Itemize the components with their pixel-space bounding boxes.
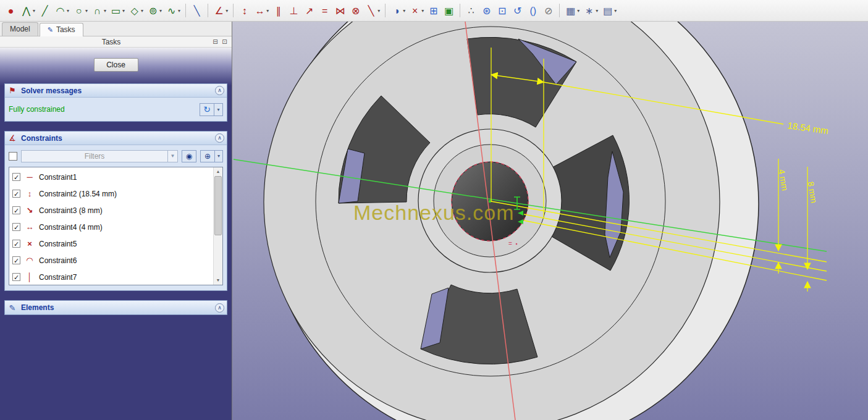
- tool-constrain-horizontal-distance[interactable]: ↔▾: [252, 2, 271, 19]
- tool-toggle-snap[interactable]: ∗▾: [581, 2, 600, 19]
- tool-circle[interactable]: ○▾: [71, 2, 90, 19]
- constraint-list-item[interactable]: ✓─Constraint1: [11, 169, 213, 185]
- tool-select-elements[interactable]: ⊡: [494, 2, 510, 19]
- constraint-checkbox[interactable]: ✓: [12, 240, 20, 248]
- tool-validate-sketch[interactable]: ⊛: [479, 2, 494, 19]
- dropdown-arrow-icon[interactable]: ▾: [614, 8, 617, 14]
- tool-slot[interactable]: ⊚▾: [145, 2, 164, 19]
- dropdown-arrow-icon[interactable]: ▾: [421, 8, 424, 14]
- tool-rendering-order[interactable]: ▤▾: [600, 2, 618, 19]
- filters-dropdown[interactable]: Filters ▼: [21, 150, 178, 162]
- collapse-section-icon[interactable]: ∧: [215, 303, 224, 313]
- tool-toggle-active-constraint[interactable]: ×▾: [407, 2, 426, 19]
- tool-constrain-distance[interactable]: ╲▾: [363, 2, 382, 19]
- constraints-header[interactable]: ∡ Constraints ∧: [5, 132, 227, 145]
- constraint-list-item[interactable]: ✓↘Constraint3 (8 mm): [11, 202, 213, 219]
- constraint-list-item[interactable]: ✓◠Constraint6: [11, 252, 213, 269]
- dropdown-arrow-icon[interactable]: ▾: [67, 8, 69, 14]
- rendering-order-icon: ▤: [602, 2, 613, 19]
- refresh-dropdown-icon[interactable]: ▾: [214, 103, 223, 116]
- scroll-down-icon[interactable]: ▼: [214, 276, 222, 285]
- dropdown-arrow-icon[interactable]: ▾: [85, 8, 88, 14]
- filter-checkbox[interactable]: [9, 152, 17, 161]
- dropdown-arrow-icon[interactable]: ▾: [104, 8, 106, 14]
- constraint-checkbox[interactable]: ✓: [12, 206, 20, 214]
- constraint-checkbox[interactable]: ✓: [12, 190, 20, 198]
- dropdown-arrow-icon[interactable]: ▾: [596, 8, 598, 14]
- constraint-label: Constraint4 (4 mm): [39, 223, 103, 232]
- scroll-up-icon[interactable]: ▲: [214, 167, 222, 176]
- tool-sketch-edit-tool[interactable]: ╲: [189, 2, 204, 19]
- constraint-checkbox[interactable]: ✓: [12, 273, 20, 281]
- tool-select-dof[interactable]: ∴: [463, 2, 479, 19]
- collapse-section-icon[interactable]: ∧: [215, 86, 224, 95]
- constraint-checkbox[interactable]: ✓: [12, 256, 20, 264]
- constraint-label: Constraint2 (18.54 mm): [39, 190, 117, 198]
- polygon-icon: ◇: [129, 2, 140, 19]
- chevron-down-icon[interactable]: ▼: [167, 151, 177, 162]
- vertical-distance-constraint-icon: ↕: [25, 189, 35, 198]
- tool-point[interactable]: ●: [3, 2, 19, 19]
- constraint-checkbox[interactable]: ✓: [12, 223, 20, 231]
- tab-model[interactable]: Model: [2, 22, 38, 36]
- tool-constrain-symmetric[interactable]: ⋈: [332, 2, 348, 19]
- constraint-list-scrollbar[interactable]: ▲ ▼: [213, 167, 222, 285]
- tool-section-view[interactable]: (): [525, 2, 541, 19]
- dropdown-arrow-icon[interactable]: ▾: [33, 8, 35, 14]
- dropdown-arrow-icon[interactable]: ▾: [159, 8, 162, 14]
- constraint-list-item[interactable]: ✓×Constraint5: [11, 235, 213, 252]
- solver-status-text: Fully constrained: [9, 105, 65, 114]
- arc-icon: ◠: [54, 2, 66, 19]
- panel-float-icon[interactable]: ⊡: [220, 38, 229, 45]
- tool-toggle-grid[interactable]: ▦▾: [563, 2, 581, 19]
- refresh-icon[interactable]: ↻: [200, 103, 214, 116]
- tool-conic[interactable]: ∩▾: [90, 2, 108, 19]
- dropdown-arrow-icon[interactable]: ▾: [141, 8, 143, 14]
- dropdown-arrow-icon[interactable]: ▾: [122, 8, 125, 14]
- constraint-checkbox[interactable]: ✓: [12, 173, 20, 181]
- tool-external-geometry[interactable]: ⊞: [426, 2, 441, 19]
- 3d-viewport[interactable]: 18.54 mm 4 mm 8 mm = Mechnexus.com: [232, 22, 868, 420]
- tool-constrain-equal[interactable]: =: [317, 2, 332, 19]
- scrollbar-thumb[interactable]: [214, 176, 222, 235]
- tool-carbon-copy[interactable]: ▣: [441, 2, 457, 19]
- dropdown-arrow-icon[interactable]: ▾: [225, 8, 228, 14]
- tool-constrain-perpendicular[interactable]: ⊥: [286, 2, 301, 19]
- sketch-canvas[interactable]: 18.54 mm 4 mm 8 mm = Mechnexus.com: [232, 22, 868, 420]
- tool-bspline[interactable]: ∿▾: [164, 2, 182, 19]
- elements-header[interactable]: ✎ Elements ∧: [5, 301, 227, 314]
- settings-dropdown-icon[interactable]: ▾: [215, 150, 223, 162]
- dropdown-arrow-icon[interactable]: ▾: [266, 8, 269, 14]
- tool-rectangle[interactable]: ▭▾: [108, 2, 127, 19]
- show-hide-eye-icon[interactable]: ◉: [182, 150, 196, 162]
- dropdown-arrow-icon[interactable]: ▾: [403, 8, 405, 14]
- tool-stop-operation[interactable]: ⊘: [541, 2, 556, 19]
- tool-toggle-driving-constraint[interactable]: ◑▾: [389, 2, 407, 19]
- close-button[interactable]: Close: [94, 58, 138, 72]
- tool-constrain-block[interactable]: ⊗: [348, 2, 363, 19]
- constraint-list-item[interactable]: ✓│Constraint7: [11, 269, 213, 285]
- constraint-list-item[interactable]: ✓↔Constraint4 (4 mm): [11, 219, 213, 235]
- collapse-section-icon[interactable]: ∧: [215, 133, 224, 143]
- tool-polygon[interactable]: ◇▾: [127, 2, 145, 19]
- tool-constrain-vertical-distance[interactable]: ↕: [237, 2, 252, 19]
- tool-constrain-tangent[interactable]: ↗: [301, 2, 317, 19]
- tool-reorient-view[interactable]: ↺: [510, 2, 525, 19]
- constraint-list-item[interactable]: ✓↕Constraint2 (18.54 mm): [11, 185, 213, 202]
- solver-messages-header[interactable]: ⚑ Solver messages ∧: [5, 84, 227, 98]
- constraint-settings-icon[interactable]: ⊕: [200, 150, 215, 162]
- tool-polyline[interactable]: ⋀▾: [19, 2, 37, 19]
- dropdown-arrow-icon[interactable]: ▾: [377, 8, 380, 14]
- tool-line[interactable]: ╱: [37, 2, 53, 19]
- tool-arc[interactable]: ◠▾: [53, 2, 71, 19]
- filters-dropdown-label: Filters: [22, 152, 167, 161]
- line-icon: ╱: [39, 2, 51, 19]
- tool-constrain-parallel[interactable]: ∥: [271, 2, 286, 19]
- constrain-equal-icon: =: [319, 2, 331, 19]
- dropdown-arrow-icon[interactable]: ▾: [577, 8, 579, 14]
- tool-constrain-angle[interactable]: ∠▾: [211, 2, 230, 19]
- tab-tasks[interactable]: ✎ Tasks: [40, 23, 83, 36]
- toolbar-separator: [460, 4, 460, 17]
- dropdown-arrow-icon[interactable]: ▾: [178, 8, 180, 14]
- panel-minimize-icon[interactable]: ⊟: [211, 38, 220, 45]
